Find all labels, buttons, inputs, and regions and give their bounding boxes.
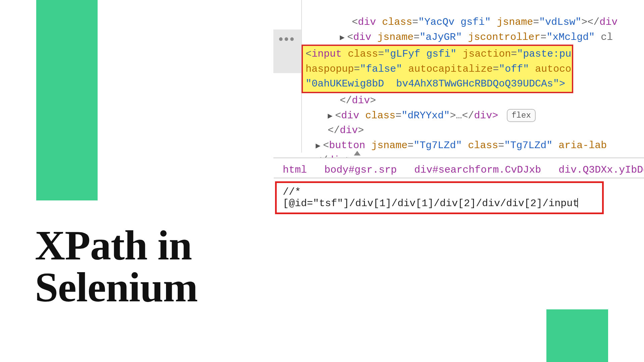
code-attr: jsname — [365, 140, 408, 151]
code-tag: button — [329, 140, 365, 151]
title-line-2: Selenium — [35, 264, 198, 310]
code-punct: >…</ — [450, 110, 474, 121]
code-close: </ — [304, 125, 340, 136]
expand-arrow-icon[interactable]: ▶ — [316, 140, 323, 152]
code-punct: < — [335, 110, 341, 121]
code-val: "0ahUKEwig8bD bv4AhX8TWwGHcRBDQoQ39UDCAs… — [306, 78, 565, 89]
code-indent — [304, 140, 316, 151]
code-tag: div — [599, 16, 618, 28]
code-val: "dRYYxd" — [401, 110, 450, 121]
code-punct: = — [408, 140, 414, 151]
code-tag: div — [341, 110, 359, 121]
code-val: "YacQv gsfi" — [418, 16, 491, 28]
code-indent — [304, 110, 328, 121]
code-val: "aJyGR" — [420, 32, 462, 43]
code-punct: > — [370, 95, 376, 106]
selected-element-highlight[interactable]: <input class="gLFyf gsfi" jsaction="past… — [302, 45, 573, 93]
code-punct: = — [395, 110, 401, 121]
devtools-search-bar: //*[@id="tsf"]/div[1]/div[1]/div[2]/div/… — [274, 178, 644, 214]
breadcrumb-item[interactable]: div#searchform.CvDJxb — [414, 164, 541, 176]
flex-badge[interactable]: flex — [507, 109, 536, 122]
code-val: "Tg7LZd" — [414, 140, 462, 151]
code-tag: div — [340, 125, 358, 136]
code-punct: = — [414, 32, 420, 43]
code-tag: div — [358, 16, 376, 28]
code-attr: class — [462, 140, 498, 151]
code-punct: cl — [595, 32, 613, 43]
code-tag: div — [353, 32, 371, 43]
code-val: "Tg7LZd" — [504, 140, 552, 151]
code-punct: = — [412, 16, 418, 28]
xpath-value: //*[@id="tsf"]/div[1]/div[1]/div[2]/div/… — [283, 186, 579, 209]
code-val: "vdLsw" — [539, 16, 581, 28]
devtools-gutter: ••• — [273, 0, 302, 153]
code-punct: = — [498, 140, 504, 151]
code-indent — [304, 32, 340, 43]
code-punct: ></ — [581, 16, 599, 28]
expand-arrow-icon[interactable]: ▶ — [328, 110, 335, 122]
expand-arrow-icon[interactable]: ▶ — [340, 32, 347, 44]
page-title: XPath in Selenium — [35, 225, 198, 308]
code-val: "xMclgd" — [546, 32, 595, 43]
code-attr: jsname — [371, 32, 414, 43]
code-close: </ — [304, 95, 352, 106]
code-attr: jscontroller — [462, 32, 540, 43]
breadcrumb-item[interactable]: html — [283, 164, 307, 176]
devtools-dom-tree[interactable]: <div class="YacQv gsfi" jsname="vdLsw"><… — [304, 0, 618, 183]
breadcrumb-pointer-icon — [354, 151, 361, 156]
title-line-1: XPath in — [35, 222, 192, 268]
code-punct: > — [358, 125, 364, 136]
text-cursor-icon — [577, 198, 578, 207]
code-attr: class — [359, 110, 395, 121]
code-attr: jsname — [491, 16, 533, 28]
code-punct: < — [323, 140, 329, 151]
code-tag: div — [352, 95, 370, 106]
decor-green-bottom — [546, 309, 608, 362]
xpath-search-input[interactable]: //*[@id="tsf"]/div[1]/div[1]/div[2]/div/… — [275, 181, 604, 214]
code-punct: = — [540, 32, 546, 43]
breadcrumb-item[interactable]: div.Q3DXx.yIbDgf — [558, 164, 644, 176]
code-punct: < — [347, 32, 353, 43]
code-text: < — [304, 16, 358, 28]
gutter-ellipsis-icon: ••• — [279, 32, 296, 46]
code-attr: aria-lab — [552, 140, 607, 151]
code-tag: div> — [474, 110, 498, 121]
breadcrumb-item[interactable]: body#gsr.srp — [324, 164, 397, 176]
devtools-breadcrumbs[interactable]: html body#gsr.srp div#searchform.CvDJxb … — [273, 158, 644, 180]
code-attr: class — [376, 16, 412, 28]
code-punct: = — [533, 16, 539, 28]
decor-green-top — [36, 0, 98, 200]
